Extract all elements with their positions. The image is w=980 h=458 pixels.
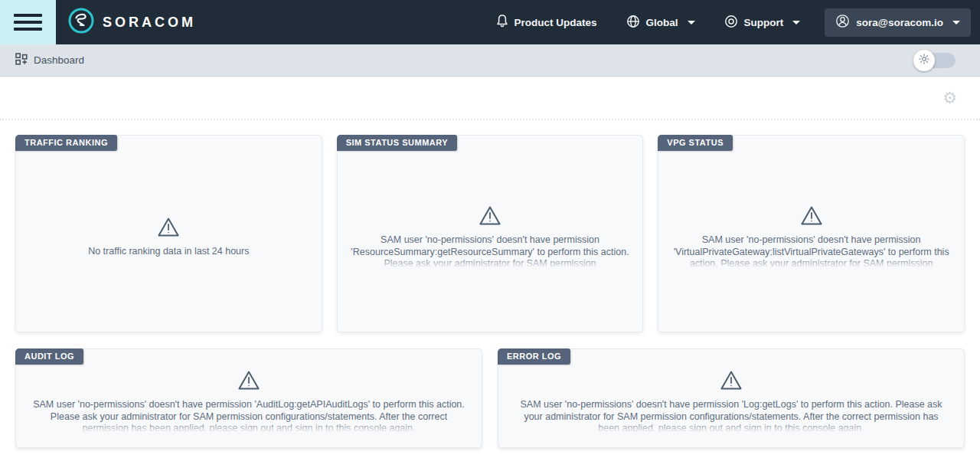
panel-message: SAM user 'no-permissions' doesn't have p… — [669, 234, 954, 270]
breadcrumb-bar: Dashboard — [0, 44, 980, 77]
panel-message: SAM user 'no-permissions' doesn't have p… — [32, 399, 466, 434]
dotted-divider — [0, 119, 980, 120]
gear-icon[interactable]: ⚙ — [942, 90, 957, 106]
hamburger-menu-icon[interactable] — [0, 0, 56, 44]
panel-error-log: ERROR LOG SAM user 'no-permissions' does… — [498, 348, 965, 448]
support-label: Support — [744, 17, 784, 28]
dashboard-content: ⚙ TRAFFIC RANKING No traffic ranking dat… — [0, 77, 980, 457]
sun-icon — [919, 54, 929, 67]
breadcrumb-dashboard-label: Dashboard — [34, 54, 84, 66]
theme-toggle-knob — [913, 50, 935, 71]
panel-message: SAM user 'no-permissions' doesn't have p… — [514, 399, 948, 434]
global-region-dropdown[interactable]: Global — [626, 15, 695, 31]
topnav: Product Updates Global Support — [496, 0, 801, 44]
account-email: sora@soracom.io — [856, 17, 943, 28]
panel-audit-log: AUDIT LOG SAM user 'no-permissions' does… — [15, 348, 482, 448]
warning-triangle-icon — [157, 217, 180, 240]
warning-triangle-icon — [479, 205, 501, 229]
brand-home-link[interactable]: SORACOM — [67, 0, 196, 44]
warning-triangle-icon — [800, 205, 823, 229]
breadcrumb-dashboard[interactable]: Dashboard — [15, 53, 84, 67]
panel-title-badge: ERROR LOG — [498, 348, 570, 365]
panel-title-badge: AUDIT LOG — [15, 348, 83, 365]
bell-icon — [496, 14, 508, 31]
panel-title-badge: TRAFFIC RANKING — [15, 135, 117, 151]
soracom-logo-icon — [67, 7, 95, 38]
user-circle-icon — [835, 14, 850, 31]
dashboard-bottom-row: AUDIT LOG SAM user 'no-permissions' does… — [15, 348, 965, 448]
brand-name: SORACOM — [103, 15, 196, 31]
product-updates-button[interactable]: Product Updates — [496, 14, 597, 31]
panel-traffic-ranking: TRAFFIC RANKING No traffic ranking data … — [15, 135, 322, 332]
top-navigation-bar: SORACOM Product Updates Global — [0, 0, 980, 44]
panel-message: No traffic ranking data in last 24 hours — [26, 246, 311, 258]
theme-toggle[interactable] — [916, 53, 956, 68]
panel-sim-status-summary: SIM STATUS SUMMARY SAM user 'no-permissi… — [337, 135, 644, 332]
global-label: Global — [646, 17, 678, 28]
chevron-down-icon — [688, 21, 695, 25]
warning-triangle-icon — [720, 370, 743, 394]
chevron-down-icon — [792, 21, 800, 25]
product-updates-label: Product Updates — [514, 17, 597, 28]
panel-vpg-status: VPG STATUS SAM user 'no-permissions' doe… — [658, 135, 965, 332]
globe-icon — [626, 15, 640, 31]
chevron-down-icon — [952, 21, 960, 25]
support-ring-icon — [724, 15, 738, 31]
panel-title-badge: SIM STATUS SUMMARY — [337, 135, 457, 151]
warning-triangle-icon — [237, 370, 260, 394]
dashboard-top-row: TRAFFIC RANKING No traffic ranking data … — [15, 135, 965, 332]
panel-message: SAM user 'no-permissions' doesn't have p… — [348, 234, 632, 270]
support-dropdown[interactable]: Support — [724, 15, 801, 31]
account-menu-button[interactable]: sora@soracom.io — [825, 8, 971, 37]
dashboard-grid-icon — [15, 53, 28, 67]
panel-title-badge: VPG STATUS — [658, 135, 733, 151]
